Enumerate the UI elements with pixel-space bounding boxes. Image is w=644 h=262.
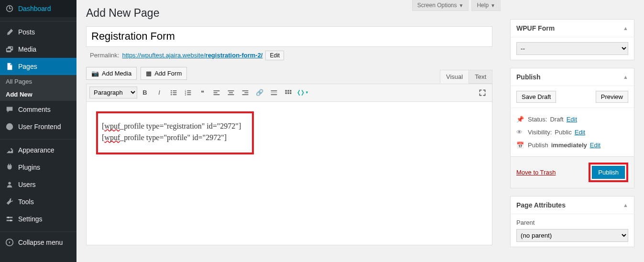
publish-panel-head[interactable]: Publish ▲: [511, 68, 634, 86]
preview-button[interactable]: Preview: [596, 91, 628, 103]
camera-icon: 📷: [91, 70, 99, 77]
sidebar-item-posts[interactable]: Posts: [0, 23, 76, 41]
sidebar-item-plugins[interactable]: Plugins: [0, 159, 76, 176]
save-draft-button[interactable]: Save Draft: [516, 91, 556, 103]
insert-more-button[interactable]: [267, 86, 281, 99]
svg-rect-8: [173, 90, 176, 91]
schedule-row: 📅 Publish immediately Edit: [516, 139, 628, 152]
pin-icon: [5, 27, 14, 37]
svg-point-9: [171, 92, 172, 93]
sidebar-item-users[interactable]: Users: [0, 176, 76, 193]
sidebar-item-user-frontend[interactable]: User Frontend: [0, 118, 76, 135]
svg-rect-16: [187, 92, 191, 93]
svg-rect-25: [242, 90, 249, 91]
chevron-up-icon: ▲: [623, 74, 628, 80]
sidebar-label: Comments: [18, 106, 51, 113]
sidebar-item-tools[interactable]: Tools: [0, 193, 76, 210]
admin-sidebar: Dashboard Posts Media Pages All Pages Ad…: [0, 0, 76, 262]
sidebar-item-pages[interactable]: Pages: [0, 58, 76, 75]
screen-options-tab[interactable]: Screen Options▼: [412, 0, 469, 11]
editor-content[interactable]: [wpuf_profile type="registration" id="29…: [86, 102, 492, 245]
sidebar-label: User Frontend: [18, 123, 61, 131]
chevron-down-icon: ▼: [491, 3, 495, 8]
svg-point-11: [171, 94, 172, 95]
svg-rect-22: [228, 90, 234, 91]
appearance-icon: [5, 145, 14, 155]
fullscreen-button[interactable]: [476, 86, 489, 99]
sidebar-item-comments[interactable]: Comments: [0, 101, 76, 118]
sidebar-item-dashboard[interactable]: Dashboard: [0, 0, 76, 17]
svg-rect-31: [285, 90, 287, 91]
wpuf-form-panel-head[interactable]: WPUF Form ▲: [511, 20, 634, 37]
svg-rect-27: [242, 94, 249, 95]
wpuf-form-panel: WPUF Form ▲ --: [510, 19, 634, 60]
parent-label: Parent: [516, 219, 628, 226]
user-frontend-icon: [5, 122, 14, 131]
sidebar-separator: [0, 137, 76, 140]
collapse-icon: [5, 238, 14, 247]
move-to-trash-link[interactable]: Move to Trash: [516, 169, 556, 176]
sidebar-label: Appearance: [18, 146, 55, 154]
media-icon: [5, 44, 14, 54]
paragraph-select[interactable]: Paragraph: [89, 87, 137, 98]
edit-status-link[interactable]: Edit: [567, 116, 577, 123]
add-form-button[interactable]: ▦Add Form: [141, 67, 187, 80]
form-icon: ▦: [146, 70, 152, 77]
page-attributes-panel: Page Attributes ▲ Parent (no parent): [510, 196, 634, 247]
sidebar-item-media[interactable]: Media: [0, 41, 76, 58]
sidebar-collapse[interactable]: Collapse menu: [0, 234, 76, 251]
sidebar-label: Posts: [18, 28, 35, 36]
svg-point-1: [8, 182, 11, 185]
text-tab[interactable]: Text: [469, 70, 492, 84]
page-attributes-head[interactable]: Page Attributes ▲: [511, 196, 634, 214]
main-content: Screen Options▼ Help▼ Add New Page Perma…: [76, 0, 510, 262]
screen-options-label: Screen Options: [417, 2, 457, 9]
publish-button[interactable]: Publish: [592, 166, 625, 179]
tools-icon: [5, 197, 14, 207]
sidebar-sub-add-new[interactable]: Add New: [0, 88, 76, 101]
sidebar-item-appearance[interactable]: Appearance: [0, 142, 76, 159]
permalink-link[interactable]: https://wpuftest.ajaira.website/registra…: [122, 52, 262, 59]
wpuf-form-select[interactable]: --: [516, 42, 628, 55]
sidebar-item-settings[interactable]: Settings: [0, 210, 76, 228]
italic-button[interactable]: I: [153, 86, 166, 99]
top-tabs: Screen Options▼ Help▼: [412, 0, 501, 11]
align-center-button[interactable]: [224, 86, 238, 99]
page-icon: [5, 62, 14, 71]
svg-rect-12: [173, 94, 176, 95]
svg-rect-34: [285, 92, 287, 94]
svg-rect-36: [290, 92, 291, 94]
number-list-button[interactable]: 123: [181, 86, 195, 99]
align-left-button[interactable]: [210, 86, 223, 99]
visibility-row: 👁 Visibility: Public Edit: [516, 126, 628, 139]
edit-schedule-link[interactable]: Edit: [590, 142, 600, 149]
status-row: 📌 Status: Draft Edit: [516, 113, 628, 126]
edit-permalink-button[interactable]: Edit: [265, 51, 284, 60]
parent-select[interactable]: (no parent): [516, 229, 628, 242]
sidebar-sub-all-pages[interactable]: All Pages: [0, 75, 76, 88]
svg-rect-35: [287, 92, 289, 94]
help-tab[interactable]: Help▼: [471, 0, 501, 11]
bullet-list-button[interactable]: [167, 86, 180, 99]
right-column: WPUF Form ▲ -- Publish ▲ Save Draft Prev…: [510, 0, 644, 262]
visual-tab[interactable]: Visual: [440, 70, 469, 84]
sidebar-label: Dashboard: [18, 5, 51, 12]
publish-highlight: Publish: [589, 163, 628, 182]
shortcode-button[interactable]: ▼: [296, 86, 309, 99]
help-label: Help: [477, 2, 489, 9]
quote-button[interactable]: ❝: [196, 86, 209, 99]
chevron-up-icon: ▲: [623, 25, 628, 31]
add-media-button[interactable]: 📷Add Media: [86, 67, 137, 80]
edit-visibility-link[interactable]: Edit: [575, 129, 585, 136]
sidebar-label: Users: [18, 181, 36, 188]
link-button[interactable]: 🔗: [253, 86, 266, 99]
sidebar-label: Pages: [18, 63, 37, 70]
svg-rect-10: [173, 92, 176, 93]
toolbar-toggle-button[interactable]: [282, 86, 295, 99]
users-icon: [5, 180, 14, 189]
bold-button[interactable]: B: [138, 86, 152, 99]
shortcode-line: [wpuf_profile type="profile" id="2972"]: [102, 133, 248, 142]
post-title-input[interactable]: [86, 26, 492, 47]
align-right-button[interactable]: [239, 86, 252, 99]
svg-point-5: [10, 219, 12, 221]
